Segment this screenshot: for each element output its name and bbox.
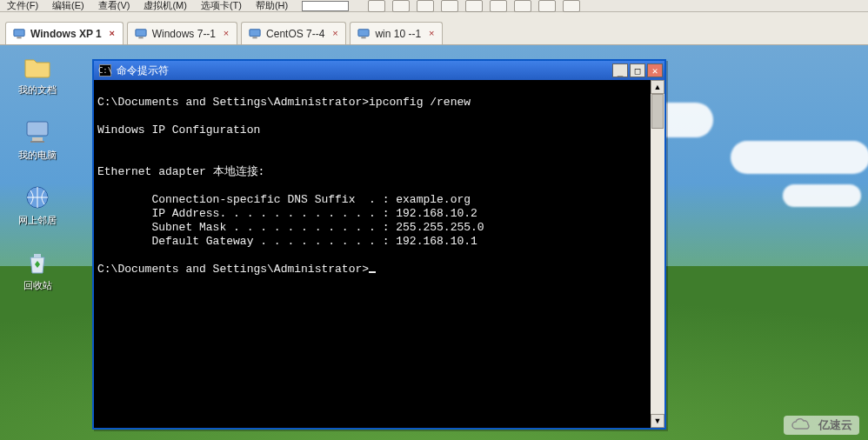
cloud-logo-icon <box>791 418 813 432</box>
folder-icon <box>23 52 52 82</box>
desktop-icon-recycle[interactable]: 回收站 <box>7 248 68 292</box>
toolbar-icon[interactable] <box>563 0 580 12</box>
maximize-button[interactable]: □ <box>630 63 645 77</box>
monitor-icon <box>357 28 370 40</box>
window-buttons: _ □ ✕ <box>612 63 663 77</box>
cmd-client-area: C:\Documents and Settings\Administrator>… <box>94 80 664 428</box>
svg-rect-8 <box>27 122 48 136</box>
menu-help[interactable]: 帮助(H) <box>252 0 291 12</box>
svg-rect-3 <box>138 37 143 38</box>
svg-rect-5 <box>252 37 257 38</box>
scroll-up-button[interactable]: ▲ <box>651 80 664 94</box>
computer-icon <box>23 117 52 147</box>
toolbar-icon[interactable] <box>538 0 556 12</box>
vm-tab-win10[interactable]: win 10 --1 × <box>350 22 443 44</box>
cmd-title-text: 命令提示符 <box>117 63 169 78</box>
network-icon <box>23 183 52 212</box>
vm-tab-windows-xp[interactable]: Windows XP 1 × <box>5 22 124 44</box>
desktop-icon-column: 我的文档 我的电脑 网上邻居 回收站 <box>7 52 68 292</box>
minimize-button[interactable]: _ <box>612 63 628 77</box>
recycle-icon <box>23 248 52 277</box>
monitor-icon <box>249 28 261 40</box>
toolbar-icon[interactable] <box>490 0 507 12</box>
svg-rect-4 <box>250 29 260 36</box>
xp-desktop[interactable]: 我的文档 我的电脑 网上邻居 回收站 <box>0 45 868 440</box>
toolbar-icon[interactable] <box>368 0 385 12</box>
scroll-down-button[interactable]: ▼ <box>651 414 664 428</box>
menu-bar: 文件(F) 编辑(E) 查看(V) 虚拟机(M) 选项卡(T) 帮助(H) <box>0 0 868 12</box>
svg-rect-7 <box>362 37 366 38</box>
vm-tab-label: Windows XP 1 <box>30 28 102 40</box>
vertical-scrollbar[interactable]: ▲ ▼ <box>651 80 664 428</box>
terminal-icon: C:\ <box>99 64 111 77</box>
monitor-icon <box>13 28 25 40</box>
vm-tab-label: win 10 --1 <box>375 28 421 40</box>
desktop-icon-my-docs[interactable]: 我的文档 <box>7 52 68 97</box>
svg-rect-6 <box>358 29 369 36</box>
toolbar-icon[interactable] <box>465 0 483 12</box>
menu-edit[interactable]: 编辑(E) <box>49 0 88 12</box>
svg-rect-9 <box>32 137 43 141</box>
monitor-icon <box>135 28 147 40</box>
scroll-thumb[interactable] <box>651 94 664 129</box>
vm-tab-strip: Windows XP 1 × Windows 7--1 × CentOS 7--… <box>0 12 868 45</box>
cmd-titlebar[interactable]: C:\ 命令提示符 _ □ ✕ <box>94 61 664 80</box>
vm-tab-label: CentOS 7--4 <box>266 28 324 40</box>
close-icon[interactable]: × <box>107 28 117 38</box>
desktop-icon-label: 我的电脑 <box>18 149 57 162</box>
close-icon[interactable]: × <box>330 28 340 38</box>
desktop-icon-label: 回收站 <box>23 279 52 292</box>
menu-file[interactable]: 文件(F) <box>3 0 42 12</box>
viewport: 文件(F) 编辑(E) 查看(V) 虚拟机(M) 选项卡(T) 帮助(H) Wi… <box>0 0 868 440</box>
cmd-window[interactable]: C:\ 命令提示符 _ □ ✕ C:\Documents and Setting… <box>92 59 666 430</box>
cursor <box>369 271 376 273</box>
scroll-track[interactable] <box>651 94 664 414</box>
desktop-icon-label: 网上邻居 <box>18 214 57 227</box>
svg-rect-10 <box>30 141 44 143</box>
menu-tabs[interactable]: 选项卡(T) <box>197 0 245 12</box>
toolbar-icon[interactable] <box>392 0 410 12</box>
svg-rect-0 <box>14 29 24 36</box>
close-button[interactable]: ✕ <box>647 63 663 77</box>
vm-tab-windows-7[interactable]: Windows 7--1 × <box>127 22 237 44</box>
desktop-icon-my-computer[interactable]: 我的电脑 <box>7 117 68 162</box>
menu-vm[interactable]: 虚拟机(M) <box>140 0 190 12</box>
toolbar-icon[interactable] <box>441 0 458 12</box>
vm-tab-label: Windows 7--1 <box>152 28 216 40</box>
menu-combo[interactable] <box>302 1 349 11</box>
close-icon[interactable]: × <box>221 28 231 38</box>
vm-tab-centos[interactable]: CentOS 7--4 × <box>241 22 346 44</box>
desktop-icon-network[interactable]: 网上邻居 <box>7 183 68 227</box>
watermark-text: 亿速云 <box>818 417 852 433</box>
desktop-icon-label: 我的文档 <box>18 83 57 97</box>
toolbar-icon[interactable] <box>417 0 434 12</box>
watermark: 亿速云 <box>784 416 859 435</box>
svg-rect-1 <box>17 37 21 38</box>
svg-rect-2 <box>136 29 146 36</box>
cmd-output[interactable]: C:\Documents and Settings\Administrator>… <box>94 80 651 428</box>
close-icon[interactable]: × <box>426 28 437 38</box>
toolbar-icon[interactable] <box>514 0 531 12</box>
menu-view[interactable]: 查看(V) <box>95 0 134 12</box>
toolbar <box>368 0 580 12</box>
